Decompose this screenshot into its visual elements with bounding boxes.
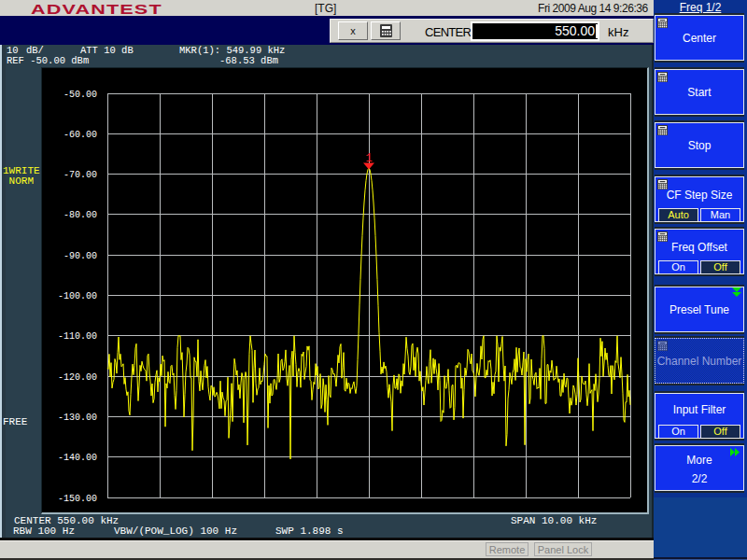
svg-text:-150.00: -150.00	[58, 494, 97, 504]
svg-text:-130.00: -130.00	[58, 413, 97, 423]
svg-text:-120.00: -120.00	[58, 372, 97, 383]
svg-text:-80.00: -80.00	[63, 210, 97, 220]
svg-text:-140.00: -140.00	[58, 453, 97, 463]
svg-text:-50.00: -50.00	[63, 90, 97, 100]
svg-text:-110.00: -110.00	[58, 331, 97, 342]
svg-text:-90.00: -90.00	[63, 251, 97, 261]
svg-text:-70.00: -70.00	[63, 170, 97, 180]
svg-text:-100.00: -100.00	[58, 291, 97, 301]
svg-text:-60.00: -60.00	[63, 130, 97, 140]
